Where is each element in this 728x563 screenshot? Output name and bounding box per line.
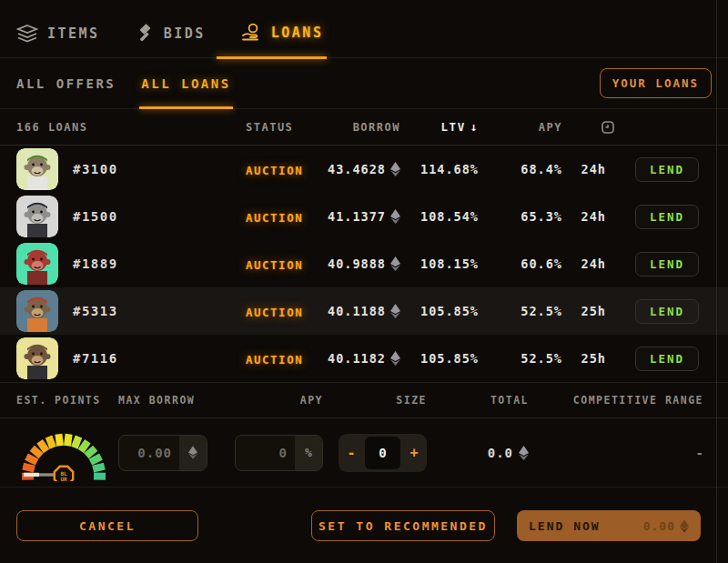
status-badge: AUCTION — [246, 164, 303, 177]
header-status[interactable]: STATUS — [246, 121, 309, 134]
table-row[interactable]: #3100 AUCTION 43.4628 114.68% 68.4% 24h … — [0, 146, 728, 193]
set-to-recommended-button[interactable]: SET TO RECOMMENDED — [311, 510, 495, 541]
table-row[interactable]: #7116 AUCTION 40.1182 105.85% 52.5% 25h … — [0, 335, 728, 382]
apy-input[interactable] — [236, 436, 295, 470]
nft-avatar — [16, 148, 58, 190]
apy-value: 52.5% — [521, 304, 562, 318]
nft-avatar — [16, 196, 58, 237]
duration-value: 24h — [581, 162, 606, 176]
borrow-value: 41.1377 — [328, 209, 400, 224]
header-size: SIZE — [396, 394, 427, 407]
lend-button[interactable]: LEND — [635, 252, 699, 276]
lend-now-button[interactable]: LEND NOW 0.00 — [517, 510, 701, 541]
lend-panel-header: EST. POINTS MAX BORROW APY SIZE TOTAL CO… — [0, 382, 728, 418]
borrow-amount: 41.1377 — [328, 209, 386, 224]
borrow-value: 40.1188 — [328, 304, 400, 318]
nft-avatar — [16, 290, 58, 332]
blur-badge-icon: BL UR — [55, 466, 73, 480]
subtab-all-offers[interactable]: ALL OFFERS — [16, 76, 116, 91]
duration-value: 24h — [581, 256, 606, 271]
layers-icon — [16, 25, 38, 43]
status-badge: AUCTION — [246, 353, 303, 367]
competitive-range-value: - — [696, 446, 703, 460]
tab-loans[interactable]: LOANS — [240, 23, 324, 45]
borrow-value: 43.4628 — [328, 162, 400, 176]
nft-cell: #7116 — [16, 337, 246, 379]
total-value: 0.0 — [488, 446, 529, 460]
loan-count: 166 LOANS — [16, 121, 246, 134]
lend-button[interactable]: LEND — [635, 299, 699, 324]
header-max-borrow: MAX BORROW — [118, 394, 218, 407]
header-competitive-range: COMPETITIVE RANGE — [573, 394, 703, 407]
size-increment-button[interactable]: + — [401, 434, 427, 472]
nft-id: #7116 — [73, 351, 118, 366]
loans-panel: ITEMS BIDS LOANS ALL OFFERS ALL LOANS YO… — [0, 0, 728, 563]
borrow-amount: 40.1182 — [328, 351, 386, 366]
table-row-highlighted[interactable]: #5313 AUCTION 40.1188 105.85% 52.5% 25h … — [0, 287, 728, 335]
eth-icon — [390, 304, 400, 318]
ltv-value: 114.68% — [420, 162, 479, 176]
size-value[interactable]: 0 — [365, 437, 400, 469]
loan-subtabs: ALL OFFERS ALL LOANS YOUR LOANS — [0, 58, 728, 109]
header-apy-input: APY — [300, 394, 323, 407]
clock-icon[interactable] — [602, 121, 614, 134]
lend-now-amount: 0.00 — [643, 519, 689, 533]
ltv-value: 105.85% — [420, 304, 479, 318]
max-borrow-input[interactable] — [119, 436, 179, 470]
nft-avatar — [16, 337, 58, 379]
gavel-icon — [135, 24, 155, 43]
tab-bids[interactable]: BIDS — [135, 24, 206, 45]
apy-value: 68.4% — [521, 162, 562, 176]
subtab-all-loans[interactable]: ALL LOANS — [141, 76, 230, 91]
duration-value: 24h — [581, 209, 606, 224]
tab-items[interactable]: ITEMS — [16, 25, 100, 45]
header-ltv-label: LTV — [441, 120, 466, 134]
lend-button[interactable]: LEND — [635, 205, 699, 229]
eth-icon — [390, 256, 400, 271]
lend-button[interactable]: LEND — [635, 347, 699, 371]
main-tabs: ITEMS BIDS LOANS — [0, 0, 728, 58]
cancel-button[interactable]: CANCEL — [16, 510, 198, 541]
apy-group: % — [235, 435, 323, 471]
header-borrow[interactable]: BORROW — [353, 121, 400, 134]
loans-table-header: 166 LOANS STATUS BORROW LTV ↓ APY — [0, 109, 728, 146]
ltv-value: 105.85% — [420, 351, 479, 366]
tab-bids-label: BIDS — [164, 25, 206, 42]
apy-value: 65.3% — [521, 209, 562, 224]
size-decrement-button[interactable]: - — [339, 434, 364, 472]
lend-button[interactable]: LEND — [635, 157, 699, 182]
ltv-value: 108.15% — [420, 256, 479, 271]
header-total: TOTAL — [490, 394, 529, 407]
eth-icon — [519, 446, 529, 460]
nft-avatar — [16, 243, 58, 285]
header-ltv[interactable]: LTV ↓ — [441, 120, 479, 134]
hand-coin-icon — [240, 23, 262, 43]
status-badge: AUCTION — [246, 306, 303, 319]
tab-loans-label: LOANS — [271, 25, 324, 41]
tab-items-label: ITEMS — [47, 25, 100, 42]
table-row[interactable]: #1889 AUCTION 40.9888 108.15% 60.6% 24h … — [0, 240, 728, 287]
apy-unit: % — [295, 436, 322, 470]
status-badge: AUCTION — [246, 211, 303, 225]
lend-now-amount-value: 0.00 — [643, 519, 675, 533]
sort-desc-icon: ↓ — [470, 120, 479, 134]
loans-table-body: #3100 AUCTION 43.4628 114.68% 68.4% 24h … — [0, 146, 728, 382]
your-loans-button[interactable]: YOUR LOANS — [600, 68, 712, 98]
apy-value: 52.5% — [521, 351, 562, 366]
status-badge: AUCTION — [246, 258, 303, 272]
nft-cell: #3100 — [16, 148, 246, 190]
nft-id: #3100 — [73, 162, 118, 176]
ltv-value: 108.54% — [420, 209, 479, 224]
nft-cell: #5313 — [16, 290, 246, 332]
points-gauge: BL UR — [16, 425, 109, 481]
max-borrow-unit — [179, 436, 207, 470]
borrow-value: 40.1182 — [328, 351, 400, 366]
table-row[interactable]: #1500 AUCTION 41.1377 108.54% 65.3% 24h … — [0, 193, 728, 240]
header-apy[interactable]: APY — [539, 121, 562, 134]
lend-now-label: LEND NOW — [529, 519, 601, 533]
eth-icon — [390, 209, 400, 224]
gauge-needle — [24, 472, 55, 476]
action-bar: CANCEL SET TO RECOMMENDED LEND NOW 0.00 — [0, 488, 728, 563]
size-stepper: - 0 + — [339, 434, 427, 472]
nft-id: #5313 — [73, 304, 118, 318]
